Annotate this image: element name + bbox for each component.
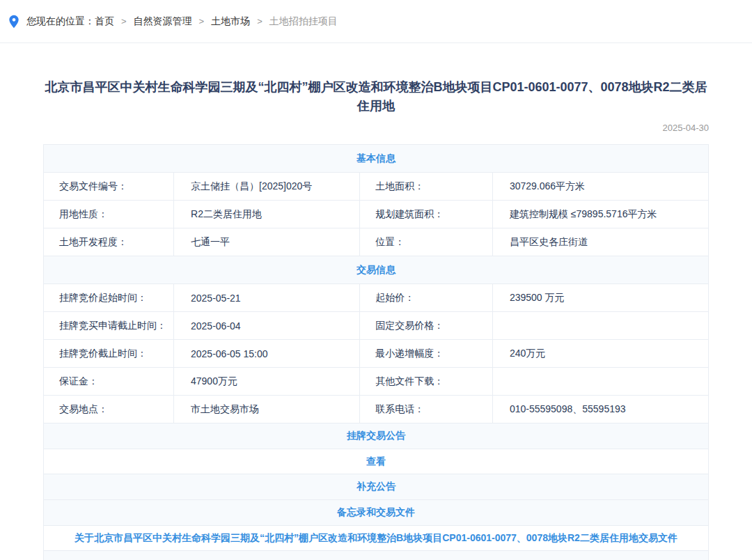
field-value: 2025-06-05 15:00 — [173, 340, 359, 367]
main-content: 北京市昌平区中关村生命科学园三期及“北四村”棚户区改造和环境整治B地块项目CP0… — [43, 78, 709, 560]
field-value: 昌平区史各庄街道 — [492, 228, 708, 256]
breadcrumb-item-natural-resources[interactable]: 自然资源管理 — [134, 15, 192, 28]
table-row: 交易地点： 市土地交易市场 联系电话： 010-55595098、5559519… — [44, 396, 708, 423]
field-label: 规划建筑面积： — [359, 201, 492, 228]
field-label: 保证金： — [44, 368, 173, 395]
field-value: 239500 万元 — [492, 284, 708, 311]
field-label: 最小递增幅度： — [359, 340, 492, 367]
section-header-supplement-announcement: 补充公告 — [44, 474, 708, 500]
field-value: 010-55595098、55595193 — [492, 396, 708, 423]
section-header-partial — [44, 551, 708, 560]
field-value: 2025-06-04 — [173, 312, 359, 339]
field-value — [492, 312, 708, 339]
field-label: 固定交易价格： — [359, 312, 492, 339]
field-label: 挂牌竞买申请截止时间： — [44, 312, 173, 339]
field-value: 京土储挂（昌）[2025]020号 — [173, 173, 359, 200]
field-value: 七通一平 — [173, 228, 359, 256]
page-title: 北京市昌平区中关村生命科学园三期及“北四村”棚户区改造和环境整治B地块项目CP0… — [43, 78, 709, 116]
section-header-memo-documents: 备忘录和交易文件 — [44, 500, 708, 526]
table-row: 交易文件编号： 京土储挂（昌）[2025]020号 土地面积： 30729.06… — [44, 173, 708, 201]
table-row: 挂牌竞价起始时间： 2025-05-21 起始价： 239500 万元 — [44, 284, 708, 312]
section-header-transaction-info: 交易信息 — [44, 256, 708, 284]
breadcrumb-separator: > — [121, 16, 127, 26]
field-value: 47900万元 — [173, 368, 359, 395]
table-row: 土地开发程度： 七通一平 位置： 昌平区史各庄街道 — [44, 228, 708, 256]
field-label: 交易地点： — [44, 396, 173, 423]
field-label: 土地开发程度： — [44, 228, 173, 256]
field-label: 交易文件编号： — [44, 173, 173, 200]
section-header-basic-info: 基本信息 — [44, 145, 708, 173]
breadcrumb-prefix: 您现在的位置： — [26, 15, 95, 28]
field-label: 挂牌竞价起始时间： — [44, 284, 173, 311]
section-header-listing-announcement: 挂牌交易公告 — [44, 423, 708, 449]
field-label: 土地面积： — [359, 173, 492, 200]
view-announcement-link[interactable]: 查看 — [366, 456, 386, 468]
field-value: 240万元 — [492, 340, 708, 367]
transaction-document-link[interactable]: 关于北京市昌平区中关村生命科学园三期及“北四村”棚户区改造和环境整治B地块项目C… — [75, 532, 677, 545]
breadcrumb-item-land-market[interactable]: 土地市场 — [211, 15, 250, 28]
field-value: R2二类居住用地 — [173, 201, 359, 228]
breadcrumb-separator: > — [199, 16, 205, 26]
field-label: 用地性质： — [44, 201, 173, 228]
table-row: 用地性质： R2二类居住用地 规划建筑面积： 建筑控制规模 ≤79895.571… — [44, 201, 708, 228]
table-row: 保证金： 47900万元 其他文件下载： — [44, 368, 708, 396]
table-row: 挂牌竞价截止时间： 2025-06-05 15:00 最小递增幅度： 240万元 — [44, 340, 708, 368]
field-value: 2025-05-21 — [173, 284, 359, 311]
breadcrumb-item-home[interactable]: 首页 — [95, 15, 114, 28]
breadcrumb-separator: > — [257, 16, 263, 26]
transaction-document-row: 关于北京市昌平区中关村生命科学园三期及“北四村”棚户区改造和环境整治B地块项目C… — [44, 526, 708, 551]
publish-date: 2025-04-30 — [43, 123, 709, 134]
field-label: 联系电话： — [359, 396, 492, 423]
table-row: 挂牌竞买申请截止时间： 2025-06-04 固定交易价格： — [44, 312, 708, 340]
breadcrumb: 您现在的位置： 首页 > 自然资源管理 > 土地市场 > 土地招拍挂项目 — [0, 0, 752, 43]
field-label: 挂牌竞价截止时间： — [44, 340, 173, 367]
field-value: 建筑控制规模 ≤79895.5716平方米 — [492, 201, 708, 228]
field-value: 市土地交易市场 — [173, 396, 359, 423]
field-label: 位置： — [359, 228, 492, 256]
field-value — [492, 368, 708, 395]
view-announcement-row: 查看 — [44, 449, 708, 474]
breadcrumb-item-current: 土地招拍挂项目 — [269, 15, 338, 28]
location-pin-icon — [8, 15, 19, 29]
field-label: 起始价： — [359, 284, 492, 311]
field-value: 30729.066平方米 — [492, 173, 708, 200]
field-label: 其他文件下载： — [359, 368, 492, 395]
land-info-table: 基本信息 交易文件编号： 京土储挂（昌）[2025]020号 土地面积： 307… — [43, 144, 709, 560]
